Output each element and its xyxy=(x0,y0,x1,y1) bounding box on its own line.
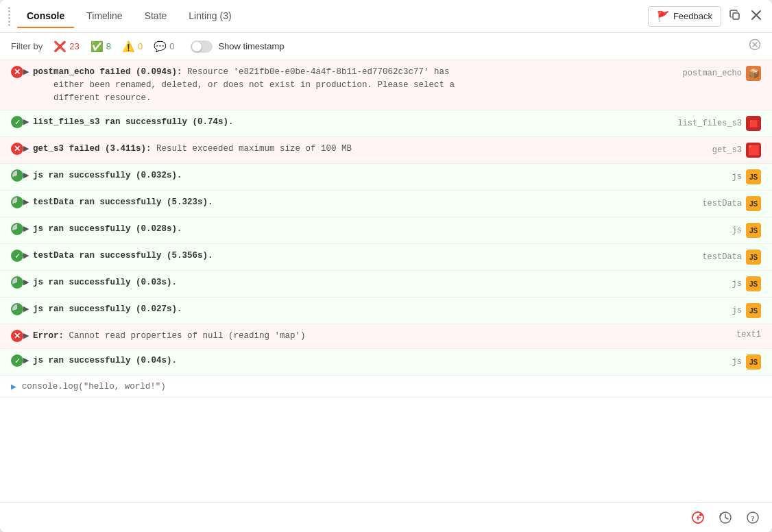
filter-msg[interactable]: 💬 0 xyxy=(154,40,174,53)
partial-status-icon xyxy=(11,303,23,315)
expand-arrow[interactable]: ▶ xyxy=(23,304,29,313)
close-icon xyxy=(751,10,761,20)
table-row: ✓ ▶ testData ran successfully (5.356s). … xyxy=(0,244,772,271)
close-button[interactable] xyxy=(749,8,764,25)
row-text: js ran successfully (0.032s). xyxy=(33,169,724,182)
row-text: testData ran successfully (5.356s). xyxy=(33,250,694,263)
history-icon xyxy=(719,511,732,524)
error-status-icon: ✕ xyxy=(11,330,23,342)
expand-arrow[interactable]: ▶ xyxy=(23,251,29,260)
console-input-text[interactable]: console.log("hello, world!") xyxy=(22,382,166,391)
tab-timeline[interactable]: Timeline xyxy=(77,5,132,28)
debug-button[interactable] xyxy=(687,508,709,527)
help-button[interactable]: ? xyxy=(742,508,764,527)
timestamp-toggle-group: Show timestamp xyxy=(191,40,284,53)
meta-link[interactable]: get_s3 xyxy=(712,145,742,155)
timestamp-toggle[interactable] xyxy=(191,40,213,53)
tab-state[interactable]: State xyxy=(135,5,177,28)
js-type-badge: JS xyxy=(746,276,761,291)
error-icon: ❌ xyxy=(53,40,67,53)
console-prompt: ▶ xyxy=(11,381,16,391)
js-type-badge: JS xyxy=(746,196,761,211)
row-text: Error: Cannot read properties of null (r… xyxy=(33,330,728,343)
debug-icon xyxy=(691,511,705,524)
svg-text:?: ? xyxy=(751,513,755,522)
table-row: ▶ js ran successfully (0.03s). js JS xyxy=(0,271,772,298)
js-type-badge: JS xyxy=(746,169,761,184)
table-row: ✓ ▶ js ran successfully (0.04s). js JS xyxy=(0,349,772,376)
meta-name: js xyxy=(732,279,742,289)
devtools-panel: Console Timeline State Linting (3) 🚩 Fee… xyxy=(0,0,772,532)
expand-arrow[interactable]: ▶ xyxy=(23,356,29,365)
expand-arrow[interactable]: ▶ xyxy=(23,144,29,153)
svg-rect-0 xyxy=(733,13,739,19)
tab-actions: 🚩 Feedback xyxy=(648,6,764,27)
error-count: 23 xyxy=(69,41,79,51)
show-timestamp-label: Show timestamp xyxy=(218,41,284,51)
feedback-label: Feedback xyxy=(673,11,712,21)
success-status-icon: ✓ xyxy=(11,116,23,128)
row-text: testData ran successfully (5.323s). xyxy=(33,196,694,209)
table-row: ▶ js ran successfully (0.027s). js JS xyxy=(0,298,772,324)
table-row: ▶ testData ran successfully (5.323s). te… xyxy=(0,191,772,217)
meta-name: js xyxy=(732,357,742,367)
row-meta: testData JS xyxy=(702,250,761,265)
meta-name: js xyxy=(732,306,742,315)
meta-name: js xyxy=(732,172,742,182)
table-row: ✕ ▶ Error: Cannot read properties of nul… xyxy=(0,324,772,349)
expand-arrow[interactable]: ▶ xyxy=(23,331,29,340)
copy-button[interactable] xyxy=(727,7,743,26)
success-status-icon: ✓ xyxy=(11,354,23,367)
row-text: js ran successfully (0.028s). xyxy=(33,223,724,236)
js-type-badge: JS xyxy=(746,354,761,370)
feedback-button[interactable]: 🚩 Feedback xyxy=(648,6,721,27)
row-meta: js JS xyxy=(732,223,761,238)
row-text: list_files_s3 ran successfully (0.74s). xyxy=(33,116,669,129)
expand-arrow[interactable]: ▶ xyxy=(23,171,29,180)
aws-type-badge: 🟥 xyxy=(746,143,761,158)
table-row: ✓ ▶ list_files_s3 ran successfully (0.74… xyxy=(0,110,772,137)
table-row: ▶ js ran successfully (0.028s). js JS xyxy=(0,217,772,244)
msg-icon: 💬 xyxy=(154,40,167,53)
meta-link[interactable]: list_files_s3 xyxy=(677,119,742,128)
warn-icon: ⚠️ xyxy=(122,40,135,53)
help-icon: ? xyxy=(746,511,760,524)
row-text: js ran successfully (0.027s). xyxy=(33,303,724,316)
msg-count: 0 xyxy=(169,41,174,51)
success-icon: ✅ xyxy=(91,40,104,53)
tab-bar: Console Timeline State Linting (3) 🚩 Fee… xyxy=(0,0,772,33)
filter-clear-button[interactable] xyxy=(749,38,761,54)
meta-link[interactable]: testData xyxy=(702,199,742,208)
row-text: js ran successfully (0.04s). xyxy=(33,354,724,367)
partial-status-icon xyxy=(11,276,23,289)
console-log-list: ✕ ▶ postman_echo failed (0.094s): Resour… xyxy=(0,60,772,502)
row-text: postman_echo failed (0.094s): Resource '… xyxy=(33,66,675,104)
filter-by-label: Filter by xyxy=(11,41,43,51)
row-meta: js JS xyxy=(732,169,761,184)
filter-error[interactable]: ❌ 23 xyxy=(53,40,79,53)
row-meta: get_s3 🟥 xyxy=(712,143,761,158)
success-count: 8 xyxy=(106,41,111,51)
history-button[interactable] xyxy=(714,508,736,527)
tabs: Console Timeline State Linting (3) xyxy=(17,5,648,28)
row-meta: testData JS xyxy=(702,196,761,211)
expand-arrow[interactable]: ▶ xyxy=(23,278,29,287)
meta-link[interactable]: testData xyxy=(702,252,742,262)
expand-arrow[interactable]: ▶ xyxy=(23,67,29,76)
js-type-badge: JS xyxy=(746,223,761,238)
row-meta: text1 xyxy=(736,330,761,339)
row-text: js ran successfully (0.03s). xyxy=(33,276,724,289)
filter-success[interactable]: ✅ 8 xyxy=(91,40,111,53)
table-row: ✕ ▶ get_s3 failed (3.411s): Result excee… xyxy=(0,137,772,164)
tab-linting[interactable]: Linting (3) xyxy=(179,5,241,28)
expand-arrow[interactable]: ▶ xyxy=(23,224,29,233)
aws-type-badge: 🟥 xyxy=(746,116,761,131)
expand-arrow[interactable]: ▶ xyxy=(23,117,29,126)
error-status-icon: ✕ xyxy=(11,143,23,155)
row-meta: postman_echo 📦 xyxy=(683,66,761,81)
filter-warn[interactable]: ⚠️ 0 xyxy=(122,40,143,53)
expand-arrow[interactable]: ▶ xyxy=(23,197,29,206)
postman-type-badge: 📦 xyxy=(746,66,761,81)
meta-link[interactable]: postman_echo xyxy=(683,69,742,78)
tab-console[interactable]: Console xyxy=(17,5,74,28)
